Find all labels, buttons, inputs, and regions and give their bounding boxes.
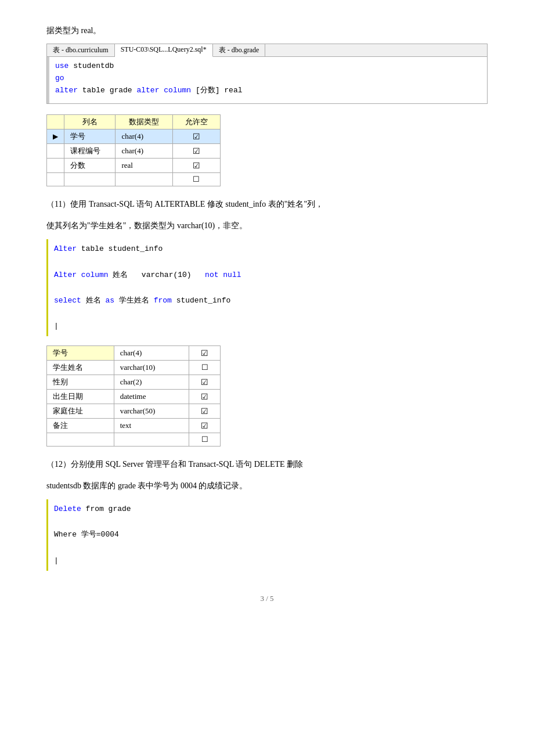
cell-datatype: char(4) — [114, 346, 189, 361]
th-colname-1: 列名 — [64, 115, 116, 129]
cell-nullable: ☑ — [189, 390, 221, 404]
cell-datatype: real — [116, 159, 172, 173]
table-wrapper-2: 学号 char(4) ☑ 学生姓名 varchar(10) ☐ 性别 char(… — [46, 345, 488, 447]
code-line: use studentdb — [55, 60, 481, 73]
page-number: 3 / 5 — [46, 594, 488, 603]
code-tabs-1: 表 - dbo.curriculum STU-C03\SQL...LQuery2… — [47, 44, 487, 57]
cell-nullable: ☑ — [189, 346, 221, 361]
cell-datatype — [114, 433, 189, 447]
row-indicator — [47, 173, 64, 186]
cell-nullable: ☐ — [172, 173, 220, 186]
cell-datatype: char(2) — [114, 375, 189, 390]
data-table-2: 学号 char(4) ☑ 学生姓名 varchar(10) ☐ 性别 char(… — [46, 345, 221, 447]
table-row: 学生姓名 varchar(10) ☐ — [47, 361, 221, 375]
code-editor-2: Alter table student_info Alter column 姓名… — [46, 239, 488, 336]
data-table-1: 列名 数据类型 允许空 ▶ 学号 char(4) ☑ 课程编号 char(4) … — [46, 114, 221, 186]
table-row: 备注 text ☑ — [47, 419, 221, 433]
cell-colname: 性别 — [47, 375, 114, 390]
cell-nullable: ☑ — [189, 404, 221, 419]
table-row: ☐ — [47, 173, 221, 186]
section-12-text1: （12）分别使用 SQL Server 管理平台和 Transact-SQL 语… — [46, 457, 488, 473]
th-indicator — [47, 115, 64, 129]
code-line: Alter table student_info — [54, 243, 482, 255]
cell-datatype — [116, 173, 172, 186]
code-line: alter table grade alter column [分数] real — [55, 85, 481, 97]
code-line: | — [54, 320, 482, 333]
table-row: 学号 char(4) ☑ — [47, 346, 221, 361]
table-wrapper-1: 列名 数据类型 允许空 ▶ 学号 char(4) ☑ 课程编号 char(4) … — [46, 114, 488, 186]
row-indicator — [47, 144, 64, 159]
table-row: 分数 real ☑ — [47, 159, 221, 173]
cell-colname: 学号 — [64, 129, 116, 144]
intro-text: 据类型为 real。 — [46, 23, 488, 38]
code-body-1: use studentdb go alter table grade alter… — [47, 57, 487, 103]
table-row: 性别 char(2) ☑ — [47, 375, 221, 390]
code-line: Delete from grade — [54, 503, 482, 516]
cell-colname: 学生姓名 — [47, 361, 114, 375]
cell-nullable: ☑ — [189, 419, 221, 433]
tab-query[interactable]: STU-C03\SQL...LQuery2.sql* — [115, 44, 213, 57]
cell-colname: 课程编号 — [64, 144, 116, 159]
code-line: Where 学号=0004 — [54, 528, 482, 541]
table-row: ▶ 学号 char(4) ☑ — [47, 129, 221, 144]
code-editor-1: 表 - dbo.curriculum STU-C03\SQL...LQuery2… — [46, 44, 488, 104]
cell-nullable: ☑ — [172, 144, 220, 159]
table-row: 出生日期 datetime ☑ — [47, 390, 221, 404]
cell-colname: 学号 — [47, 346, 114, 361]
cell-datatype: text — [114, 419, 189, 433]
row-indicator: ▶ — [47, 129, 64, 144]
cell-nullable: ☐ — [189, 361, 221, 375]
th-datatype-1: 数据类型 — [116, 115, 172, 129]
cell-nullable: ☑ — [172, 159, 220, 173]
cell-colname — [64, 173, 116, 186]
cell-datatype: varchar(10) — [114, 361, 189, 375]
cell-datatype: char(4) — [116, 144, 172, 159]
tab-curriculum[interactable]: 表 - dbo.curriculum — [47, 44, 115, 56]
section-11-text1: （11）使用 Transact-SQL 语句 ALTERTABLE 修改 stu… — [46, 197, 488, 213]
code-line: select 姓名 as 学生姓名 from student_info — [54, 294, 482, 307]
code-line: go — [55, 73, 481, 85]
cell-datatype: datetime — [114, 390, 189, 404]
table-row: ☐ — [47, 433, 221, 447]
cell-datatype: varchar(50) — [114, 404, 189, 419]
section-12-text2: studentsdb 数据库的 grade 表中学号为 0004 的成绩记录。 — [46, 478, 488, 494]
cell-colname: 出生日期 — [47, 390, 114, 404]
table-row: 课程编号 char(4) ☑ — [47, 144, 221, 159]
section-11-text2: 使其列名为"学生姓名"，数据类型为 varchar(10)，非空。 — [46, 218, 488, 234]
th-nullable-1: 允许空 — [172, 115, 220, 129]
code-line: | — [54, 555, 482, 567]
cell-colname: 家庭住址 — [47, 404, 114, 419]
cell-nullable: ☑ — [172, 129, 220, 144]
row-indicator — [47, 159, 64, 173]
cell-colname — [47, 433, 114, 447]
table-row: 家庭住址 varchar(50) ☑ — [47, 404, 221, 419]
code-editor-3: Delete from grade Where 学号=0004 | — [46, 499, 488, 570]
cell-colname: 备注 — [47, 419, 114, 433]
cell-nullable: ☐ — [189, 433, 221, 447]
cell-nullable: ☑ — [189, 375, 221, 390]
cell-datatype: char(4) — [116, 129, 172, 144]
cell-colname: 分数 — [64, 159, 116, 173]
tab-grade[interactable]: 表 - dbo.grade — [213, 44, 266, 56]
code-line: Alter column 姓名 varchar(10) not null — [54, 269, 482, 282]
